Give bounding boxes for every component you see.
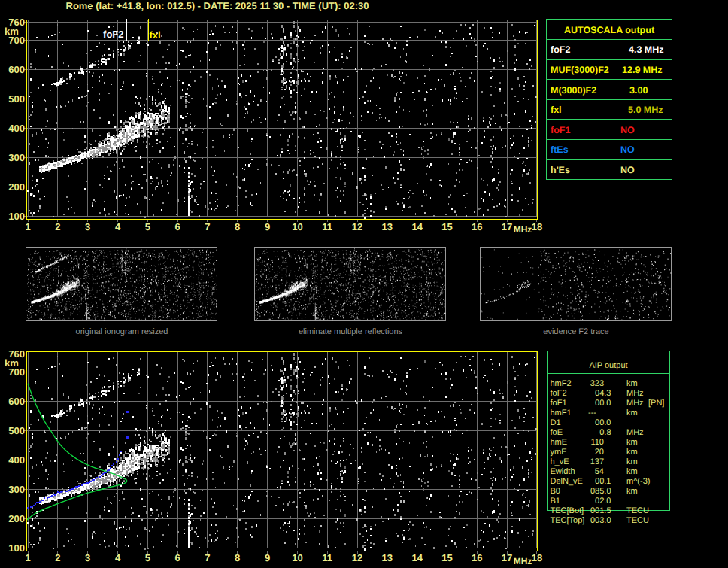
svg-text:NO: NO: [620, 144, 635, 155]
svg-text:foF2: foF2: [103, 29, 123, 40]
svg-text:foE: foE: [551, 428, 563, 437]
svg-text:B0: B0: [551, 487, 560, 496]
svg-text:085.0: 085.0: [590, 487, 611, 496]
svg-text:11: 11: [322, 221, 332, 232]
svg-text:300: 300: [8, 484, 25, 495]
svg-text:4: 4: [115, 552, 121, 563]
svg-text:100: 100: [8, 211, 25, 222]
svg-text:500: 500: [8, 425, 25, 436]
svg-text:00.0: 00.0: [595, 399, 611, 408]
svg-text:original ionogram resized: original ionogram resized: [76, 327, 168, 336]
svg-text:20: 20: [595, 448, 604, 457]
svg-text:003.0: 003.0: [590, 516, 611, 525]
svg-text:km: km: [5, 357, 19, 369]
svg-text:km: km: [626, 467, 638, 476]
svg-text:400: 400: [8, 123, 25, 134]
svg-text:DelN_vE: DelN_vE: [551, 477, 583, 486]
svg-text:MHz: MHz: [626, 428, 644, 437]
svg-text:hmE: hmE: [551, 438, 568, 447]
svg-text:600: 600: [8, 396, 25, 407]
svg-text:AIP output: AIP output: [589, 361, 627, 370]
svg-text:1: 1: [25, 552, 30, 563]
svg-text:17: 17: [502, 221, 512, 232]
svg-text:00.0: 00.0: [595, 418, 611, 427]
svg-text:00.1: 00.1: [595, 477, 611, 486]
svg-text:137: 137: [590, 457, 604, 466]
svg-text:8: 8: [235, 552, 240, 563]
svg-text:200: 200: [8, 181, 25, 193]
svg-text:13: 13: [382, 221, 393, 232]
svg-text:2: 2: [55, 552, 60, 563]
svg-text:04.3: 04.3: [595, 389, 611, 398]
svg-text:13: 13: [382, 552, 393, 563]
svg-text:200: 200: [8, 513, 25, 524]
svg-text:14: 14: [411, 552, 423, 563]
svg-text:km: km: [626, 409, 638, 418]
svg-text:ymE: ymE: [551, 448, 567, 457]
svg-text:M(3000)F2: M(3000)F2: [551, 85, 596, 96]
svg-text:6: 6: [174, 221, 180, 232]
svg-text:14: 14: [411, 221, 423, 232]
svg-text:[PN]: [PN]: [648, 399, 664, 408]
svg-text:foF1: foF1: [551, 125, 570, 135]
svg-text:fxl: fxl: [551, 105, 562, 115]
svg-text:hmF1: hmF1: [551, 409, 572, 418]
svg-text:6: 6: [174, 552, 180, 563]
svg-text:MHz: MHz: [514, 556, 532, 566]
svg-text:12: 12: [352, 552, 362, 563]
svg-text:NO: NO: [620, 125, 635, 135]
svg-text:TEC[Top]: TEC[Top]: [551, 516, 585, 525]
svg-text:11: 11: [322, 552, 332, 563]
svg-text:110: 110: [590, 438, 604, 447]
svg-text:7: 7: [205, 221, 210, 232]
svg-text:5: 5: [145, 552, 150, 563]
svg-text:18: 18: [532, 552, 542, 563]
svg-text:500: 500: [8, 93, 25, 105]
svg-text:2: 2: [55, 221, 60, 232]
svg-text:12: 12: [352, 221, 362, 232]
svg-text:foF1: foF1: [551, 399, 567, 408]
svg-text:12.9 MHz: 12.9 MHz: [622, 65, 663, 75]
svg-text:MHz: MHz: [626, 389, 644, 398]
svg-text:400: 400: [8, 454, 25, 466]
svg-text:MHz: MHz: [626, 399, 644, 408]
svg-text:m^(-3): m^(-3): [626, 477, 650, 486]
svg-text:km: km: [626, 438, 638, 447]
svg-text:km: km: [5, 26, 19, 37]
svg-text:9: 9: [265, 552, 270, 563]
svg-text:h_vE: h_vE: [551, 457, 569, 466]
svg-text:7: 7: [205, 552, 210, 563]
svg-text:9: 9: [265, 221, 270, 232]
svg-text:18: 18: [532, 221, 542, 232]
svg-text:h'Es: h'Es: [551, 165, 570, 175]
svg-text:---: ---: [588, 409, 596, 418]
svg-text:km: km: [626, 457, 638, 466]
svg-text:3: 3: [85, 552, 90, 563]
svg-text:D1: D1: [551, 418, 561, 427]
svg-text:300: 300: [8, 152, 25, 163]
svg-text:foF2: foF2: [551, 44, 570, 55]
svg-text:100: 100: [8, 542, 25, 554]
svg-text:TECU: TECU: [626, 516, 649, 525]
svg-text:001.5: 001.5: [590, 506, 611, 515]
svg-text:0.8: 0.8: [599, 428, 611, 437]
svg-text:54: 54: [595, 467, 604, 476]
svg-text:3.00: 3.00: [629, 85, 648, 96]
svg-text:15: 15: [441, 221, 452, 232]
svg-text:eliminate multiple reflections: eliminate multiple reflections: [299, 327, 403, 336]
svg-text:5: 5: [145, 221, 150, 232]
svg-text:10: 10: [292, 221, 302, 232]
svg-text:5.0 MHz: 5.0 MHz: [628, 105, 663, 115]
svg-text:8: 8: [235, 221, 240, 232]
svg-text:4: 4: [115, 221, 121, 232]
svg-text:fxl: fxl: [150, 29, 161, 41]
svg-text:NO: NO: [620, 165, 635, 175]
svg-text:600: 600: [8, 64, 25, 75]
svg-text:16: 16: [472, 221, 482, 232]
svg-text:km: km: [626, 379, 638, 388]
svg-text:16: 16: [472, 552, 482, 563]
svg-text:hmF2: hmF2: [551, 379, 572, 388]
svg-text:MUF(3000)F2: MUF(3000)F2: [551, 65, 609, 75]
svg-text:4.3 MHz: 4.3 MHz: [629, 44, 664, 55]
svg-text:Ewidth: Ewidth: [551, 467, 575, 476]
